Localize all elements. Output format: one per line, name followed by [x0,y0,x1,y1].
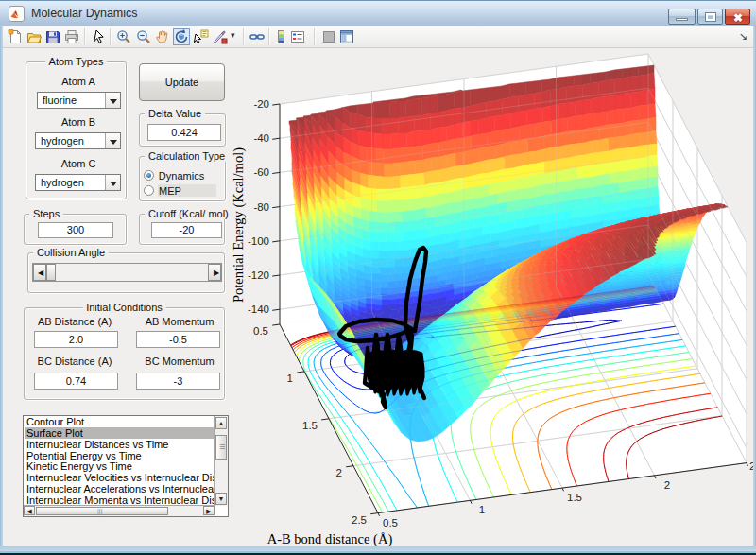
svg-text:1.5: 1.5 [567,492,582,503]
svg-text:0.5: 0.5 [383,517,398,529]
svg-text:-100: -100 [248,235,269,247]
svg-text:-120: -120 [248,269,269,281]
svg-text:-140: -140 [248,304,269,315]
svg-text:1.5: 1.5 [302,420,318,431]
svg-text:Potential Energy (Kcal/mol): Potential Energy (Kcal/mol) [231,147,247,303]
svg-text:2: 2 [664,479,670,491]
svg-text:2.5: 2.5 [352,514,367,526]
svg-text:1: 1 [287,373,293,384]
svg-text:1: 1 [479,504,485,515]
svg-text:2: 2 [336,467,342,478]
svg-text:-40: -40 [253,132,269,144]
svg-text:-80: -80 [253,201,269,213]
svg-text:-60: -60 [253,166,269,178]
svg-text:-20: -20 [253,98,269,110]
svg-text:0.5: 0.5 [253,325,268,337]
